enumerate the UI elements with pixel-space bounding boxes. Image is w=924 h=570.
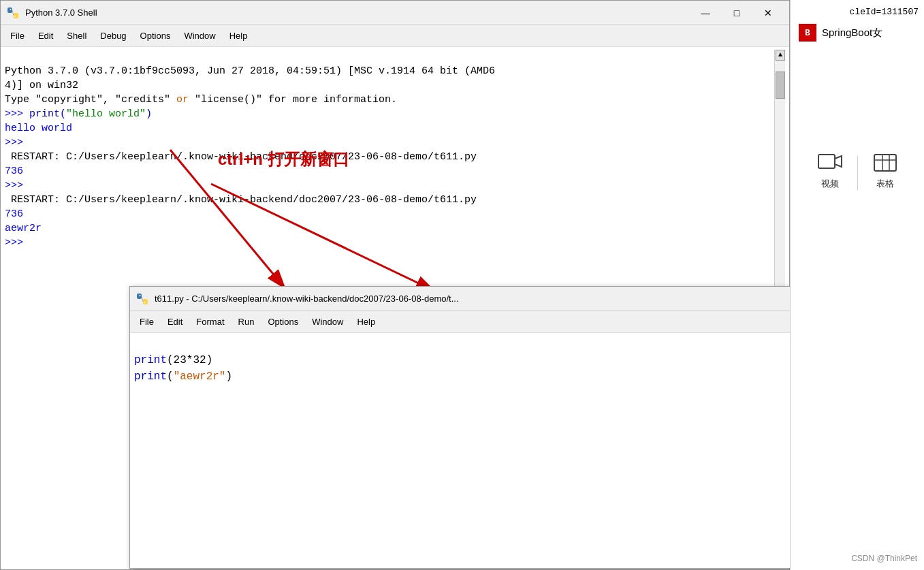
output-line-10: RESTART: C:/Users/keeplearn/.know-wiki-b… bbox=[5, 194, 477, 206]
svg-rect-14 bbox=[874, 155, 896, 171]
svg-rect-1 bbox=[14, 13, 18, 18]
brand-section: B SpringBoot女 bbox=[791, 24, 882, 42]
menu-file[interactable]: File bbox=[3, 28, 31, 44]
shell-title-bar: Python 3.7.0 Shell — □ ✕ bbox=[1, 1, 789, 25]
panel-icons: 视频 表格 bbox=[816, 151, 899, 190]
svg-rect-8 bbox=[137, 294, 142, 299]
output-line-2: 4)] on win32 bbox=[5, 80, 78, 91]
output-line-1: Python 3.7.0 (v3.7.0:1bf9cc5093, Jun 27 … bbox=[5, 65, 495, 77]
right-panel: cleId=1311507 B SpringBoot女 视频 bbox=[790, 0, 924, 570]
output-line-9: >>> bbox=[5, 180, 23, 191]
editor-menu-file[interactable]: File bbox=[133, 314, 161, 330]
output-line-6: >>> bbox=[5, 137, 23, 148]
editor-content: print(23*32) print("aewr2r") ▲ bbox=[130, 333, 898, 568]
menu-window[interactable]: Window bbox=[177, 28, 222, 44]
editor-menu-window[interactable]: Window bbox=[305, 314, 350, 330]
shell-title-text: Python 3.7.0 Shell bbox=[25, 7, 690, 18]
python-icon bbox=[6, 6, 20, 20]
svg-rect-12 bbox=[818, 155, 835, 168]
output-line-4: >>> print("hello world") bbox=[5, 108, 152, 120]
brand-text: SpringBoot女 bbox=[822, 27, 882, 39]
shell-window-controls: — □ ✕ bbox=[690, 3, 784, 23]
video-label: 视频 bbox=[821, 178, 839, 190]
code-line-1: print(23*32) bbox=[134, 354, 212, 366]
editor-code: print(23*32) print("aewr2r") bbox=[134, 336, 883, 565]
shell-maximize-btn[interactable]: □ bbox=[721, 3, 752, 23]
menu-shell[interactable]: Shell bbox=[60, 28, 93, 44]
editor-menu-bar: File Edit Format Run Options Window Help bbox=[130, 311, 898, 333]
svg-point-11 bbox=[144, 302, 146, 303]
shell-menu-bar: File Edit Shell Debug Options Window Hel… bbox=[1, 25, 789, 47]
svg-point-3 bbox=[15, 16, 16, 17]
brand-logo: B bbox=[799, 24, 816, 42]
code-line-2: print("aewr2r") bbox=[134, 370, 232, 383]
menu-options[interactable]: Options bbox=[133, 28, 178, 44]
editor-menu-run[interactable]: Run bbox=[232, 314, 261, 330]
menu-edit[interactable]: Edit bbox=[31, 28, 60, 44]
output-line-8: 736 bbox=[5, 165, 23, 177]
svg-rect-0 bbox=[7, 7, 12, 13]
editor-python-icon bbox=[136, 292, 149, 306]
menu-help[interactable]: Help bbox=[223, 28, 255, 44]
editor-menu-help[interactable]: Help bbox=[350, 314, 382, 330]
video-icon-item[interactable]: 视频 bbox=[816, 151, 844, 190]
shell-close-btn[interactable]: ✕ bbox=[752, 3, 784, 23]
video-icon bbox=[816, 151, 844, 175]
table-icon bbox=[872, 151, 899, 175]
editor-menu-edit[interactable]: Edit bbox=[161, 314, 189, 330]
menu-debug[interactable]: Debug bbox=[93, 28, 133, 44]
output-line-12: aewr2r bbox=[5, 223, 42, 234]
output-line-5: hello world bbox=[5, 123, 72, 134]
svg-point-2 bbox=[10, 9, 12, 10]
svg-point-10 bbox=[140, 295, 141, 296]
editor-window: t611.py - C:/Users/keeplearn/.know-wiki-… bbox=[129, 286, 899, 569]
editor-title-bar: t611.py - C:/Users/keeplearn/.know-wiki-… bbox=[130, 287, 898, 311]
scrollbar-thumb[interactable] bbox=[776, 72, 785, 99]
table-icon-item[interactable]: 表格 bbox=[872, 151, 899, 190]
output-line-3: Type "copyright", "credits" or "license(… bbox=[5, 94, 397, 106]
article-id: cleId=1311507 bbox=[850, 7, 924, 17]
output-line-11: 736 bbox=[5, 208, 23, 220]
editor-title-text: t611.py - C:/Users/keeplearn/.know-wiki-… bbox=[155, 294, 799, 304]
svg-rect-9 bbox=[143, 299, 148, 304]
editor-menu-options[interactable]: Options bbox=[261, 314, 305, 330]
annotation-ctrl-n: ctrl+n 打开新窗口 bbox=[218, 148, 349, 170]
editor-menu-format[interactable]: Format bbox=[189, 314, 231, 330]
csdn-footer: CSDN @ThinkPet bbox=[851, 554, 917, 563]
output-line-13: >>> bbox=[5, 237, 23, 249]
icon-divider bbox=[857, 156, 858, 190]
shell-minimize-btn[interactable]: — bbox=[690, 3, 721, 23]
table-label: 表格 bbox=[876, 178, 894, 190]
svg-marker-13 bbox=[835, 156, 842, 167]
